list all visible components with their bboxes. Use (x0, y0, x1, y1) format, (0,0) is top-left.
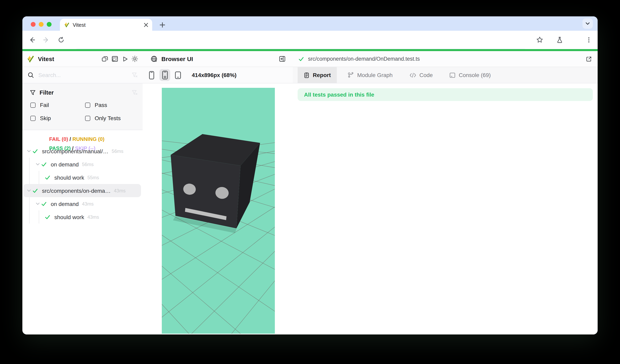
panel-right-toggle-icon[interactable] (279, 56, 286, 62)
tree-row-test[interactable]: should work43ms (22, 210, 143, 223)
globe-icon (151, 56, 157, 62)
new-tab-button[interactable] (157, 20, 167, 30)
dashboard-icon[interactable] (111, 56, 118, 62)
reload-button[interactable] (58, 36, 65, 44)
pass-check-icon (44, 214, 51, 220)
tree-item-label: src/components/manual/… (42, 148, 108, 154)
vitest-header: Vitest (22, 51, 143, 67)
tree-item-label: on demand (51, 161, 79, 167)
window-controls (31, 22, 51, 27)
test-progress-bar (22, 49, 598, 51)
tab-icon (348, 72, 354, 78)
search-bar (22, 67, 143, 83)
checkbox-skip-box[interactable] (30, 116, 36, 121)
device-phone-icon[interactable] (146, 69, 157, 81)
menu-dots-icon[interactable] (586, 37, 592, 43)
run-all-icon[interactable] (122, 56, 128, 62)
clear-filter-icon[interactable] (131, 89, 138, 96)
panel-headers-row: Vitest Browser UI (22, 51, 598, 67)
tab-icon (409, 73, 416, 78)
forward-button[interactable] (43, 36, 50, 44)
pass-check-icon (41, 161, 47, 167)
tree-item-duration: 56ms (82, 161, 94, 167)
test-browser-viewport[interactable] (162, 88, 275, 334)
tree-row-file[interactable]: src/components/manual/…56ms (22, 145, 143, 158)
tree-item-duration: 43ms (114, 188, 126, 193)
checkbox-pass-box[interactable] (85, 102, 90, 108)
tab-icon (450, 72, 456, 78)
checkbox-only-tests-label: Only Tests (95, 115, 121, 121)
chevron-down-icon[interactable] (26, 188, 32, 193)
tab-title: Vitest (73, 22, 144, 28)
test-file-path: src/components/on-demand/OnDemand.test.t… (308, 56, 420, 62)
device-small-icon[interactable] (172, 69, 183, 81)
open-external-icon[interactable] (586, 56, 592, 62)
checkbox-fail-box[interactable] (30, 102, 36, 108)
close-window-button[interactable] (31, 22, 36, 27)
screenshot-stage: Vitest localhost:5173/#/?file=1828625563 (0, 0, 620, 364)
bookmark-star-icon[interactable] (536, 36, 543, 44)
tree-item-duration: 55ms (87, 175, 99, 180)
chevron-down-icon[interactable] (26, 149, 32, 153)
checkbox-skip-label: Skip (40, 115, 51, 121)
filter-checkbox-fail[interactable]: Fail (30, 102, 74, 108)
search-input[interactable] (38, 72, 131, 79)
summary-line-1: FAIL (0) / RUNNING (0) (49, 134, 143, 144)
pass-check-icon (44, 175, 51, 180)
funnel-icon (30, 90, 36, 95)
tree-item-label: should work (54, 174, 84, 181)
tab-label: Module Graph (357, 72, 392, 78)
panel-toolbars-row: 414x896px (68%) ReportModule GraphCodeCo… (22, 67, 598, 83)
tree-row-suite[interactable]: on demand43ms (22, 197, 143, 210)
pass-check-icon (32, 188, 38, 193)
tab-label: Console (69) (459, 72, 491, 78)
fullscreen-window-button[interactable] (47, 22, 51, 27)
filter-checkbox-skip[interactable]: Skip (30, 115, 74, 121)
tab-label: Report (313, 72, 331, 78)
tab-label: Code (419, 72, 433, 78)
app-content: Filter Fail Pass Skip Only Tests FAIL (0… (22, 83, 598, 335)
running-count: RUNNING (0) (73, 136, 105, 142)
browser-ui-title: Browser UI (161, 56, 193, 62)
chevron-down-icon[interactable] (34, 162, 41, 166)
checkbox-only-tests-box[interactable] (85, 116, 90, 121)
tab-search-button[interactable] (582, 18, 593, 29)
tab-module-graph[interactable]: Module Graph (341, 67, 399, 83)
test-tree: src/components/manual/…56mson demand56ms… (22, 145, 143, 223)
report-tabs: ReportModule GraphCodeConsole (69) (293, 67, 598, 83)
threejs-scene (162, 88, 275, 334)
report-panel: All tests passed in this file (293, 83, 598, 335)
browser-ui-panel (143, 83, 293, 335)
chevron-down-icon[interactable] (34, 202, 41, 206)
checkbox-fail-label: Fail (40, 102, 49, 108)
device-phone-plus-icon[interactable] (159, 69, 170, 81)
tree-row-file[interactable]: src/components/on-dema…43ms (23, 184, 141, 197)
minimize-window-button[interactable] (39, 22, 44, 27)
browser-tab[interactable]: Vitest (60, 19, 152, 31)
tree-row-test[interactable]: should work55ms (22, 171, 143, 184)
back-button[interactable] (28, 36, 36, 44)
all-tests-passed-banner: All tests passed in this file (298, 88, 593, 101)
tab-code[interactable]: Code (403, 67, 439, 83)
vitest-logo-icon (27, 55, 34, 63)
filter-checkbox-pass[interactable]: Pass (85, 102, 107, 108)
filter-checkbox-only-tests[interactable]: Only Tests (85, 115, 121, 121)
device-toolbar: 414x896px (68%) (143, 67, 293, 83)
viewport-size-label[interactable]: 414x896px (68%) (192, 72, 236, 78)
browser-ui-header: Browser UI (143, 51, 293, 67)
clear-search-filter-icon[interactable] (131, 72, 138, 78)
tree-item-label: src/components/on-dema… (42, 187, 111, 194)
fail-count: FAIL (0) (49, 136, 68, 142)
filter-title: Filter (40, 89, 54, 96)
tree-item-duration: 56ms (112, 148, 124, 154)
close-tab-icon[interactable] (144, 23, 148, 27)
browser-window: Vitest localhost:5173/#/?file=1828625563 (22, 16, 598, 335)
theme-toggle-sun-icon[interactable] (131, 56, 138, 62)
tab-console-69[interactable]: Console (69) (444, 67, 497, 83)
pass-check-icon (41, 201, 47, 206)
file-pass-check-icon (298, 56, 304, 62)
collapse-panels-icon[interactable] (101, 56, 108, 62)
tab-report[interactable]: Report (298, 67, 337, 83)
tree-row-suite[interactable]: on demand56ms (22, 158, 143, 171)
experiments-flask-icon[interactable] (556, 36, 563, 44)
